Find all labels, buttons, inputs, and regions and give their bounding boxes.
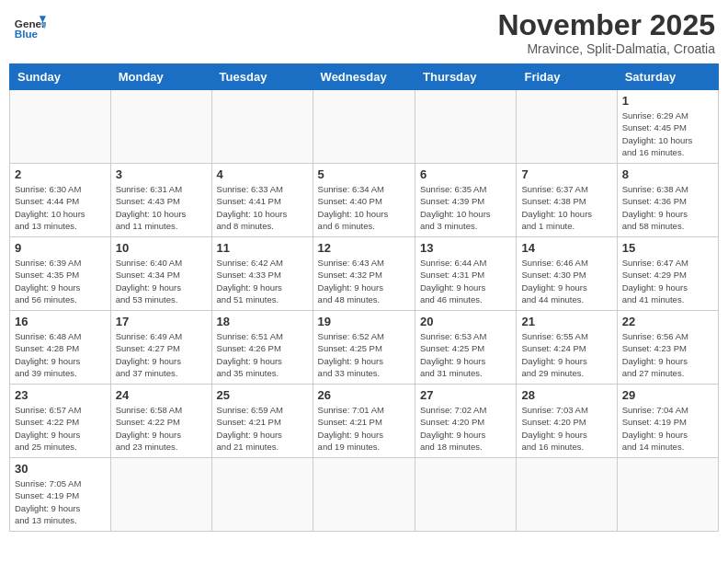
day-info: Sunrise: 7:02 AM Sunset: 4:20 PM Dayligh… [420, 404, 511, 453]
day-info: Sunrise: 6:33 AM Sunset: 4:41 PM Dayligh… [217, 183, 308, 232]
calendar-cell: 15Sunrise: 6:47 AM Sunset: 4:29 PM Dayli… [617, 237, 718, 311]
day-number: 26 [318, 388, 410, 402]
calendar-cell [517, 90, 617, 164]
day-info: Sunrise: 6:42 AM Sunset: 4:33 PM Dayligh… [217, 257, 308, 305]
calendar-cell: 23Sunrise: 6:57 AM Sunset: 4:22 PM Dayli… [10, 385, 111, 458]
calendar-cell [517, 458, 617, 532]
calendar-cell: 7Sunrise: 6:37 AM Sunset: 4:38 PM Daylig… [517, 164, 617, 237]
calendar-cell: 17Sunrise: 6:49 AM Sunset: 4:27 PM Dayli… [110, 311, 211, 385]
calendar-cell [10, 90, 111, 164]
day-number: 28 [521, 388, 611, 402]
day-number: 29 [622, 388, 713, 402]
day-number: 23 [15, 388, 106, 402]
day-info: Sunrise: 6:39 AM Sunset: 4:35 PM Dayligh… [15, 257, 106, 305]
weekday-header-row: SundayMondayTuesdayWednesdayThursdayFrid… [10, 64, 719, 90]
day-number: 24 [116, 388, 207, 402]
day-number: 4 [217, 167, 308, 181]
day-number: 20 [420, 315, 511, 328]
month-title: November 2025 [497, 9, 715, 41]
day-number: 11 [217, 241, 308, 255]
day-info: Sunrise: 6:34 AM Sunset: 4:40 PM Dayligh… [318, 183, 410, 232]
day-info: Sunrise: 6:56 AM Sunset: 4:23 PM Dayligh… [622, 330, 713, 379]
day-number: 1 [622, 94, 713, 108]
calendar-cell: 21Sunrise: 6:55 AM Sunset: 4:24 PM Dayli… [517, 311, 617, 385]
weekday-header-friday: Friday [517, 64, 617, 90]
calendar-cell: 11Sunrise: 6:42 AM Sunset: 4:33 PM Dayli… [211, 237, 313, 311]
day-info: Sunrise: 7:01 AM Sunset: 4:21 PM Dayligh… [318, 404, 410, 453]
calendar-cell: 16Sunrise: 6:48 AM Sunset: 4:28 PM Dayli… [10, 311, 111, 385]
weekday-header-saturday: Saturday [617, 64, 718, 90]
location: Mravince, Split-Dalmatia, Croatia [497, 41, 715, 56]
week-row-1: 1Sunrise: 6:29 AM Sunset: 4:45 PM Daylig… [10, 90, 719, 164]
day-info: Sunrise: 7:03 AM Sunset: 4:20 PM Dayligh… [521, 404, 611, 453]
day-number: 18 [217, 315, 308, 328]
calendar-cell: 27Sunrise: 7:02 AM Sunset: 4:20 PM Dayli… [415, 385, 517, 458]
calendar-cell: 20Sunrise: 6:53 AM Sunset: 4:25 PM Dayli… [415, 311, 517, 385]
day-info: Sunrise: 6:44 AM Sunset: 4:31 PM Dayligh… [420, 257, 511, 305]
week-row-6: 30Sunrise: 7:05 AM Sunset: 4:19 PM Dayli… [10, 458, 719, 532]
day-info: Sunrise: 6:46 AM Sunset: 4:30 PM Dayligh… [521, 257, 611, 305]
calendar-cell [313, 458, 415, 532]
calendar-cell: 24Sunrise: 6:58 AM Sunset: 4:22 PM Dayli… [110, 385, 211, 458]
calendar-cell: 22Sunrise: 6:56 AM Sunset: 4:23 PM Dayli… [617, 311, 718, 385]
calendar-cell [617, 458, 718, 532]
day-info: Sunrise: 6:47 AM Sunset: 4:29 PM Dayligh… [622, 257, 713, 305]
day-number: 16 [15, 315, 106, 328]
weekday-header-wednesday: Wednesday [313, 64, 415, 90]
day-number: 19 [318, 315, 410, 328]
day-info: Sunrise: 6:53 AM Sunset: 4:25 PM Dayligh… [420, 330, 511, 379]
calendar-cell: 14Sunrise: 6:46 AM Sunset: 4:30 PM Dayli… [517, 237, 617, 311]
calendar-cell: 6Sunrise: 6:35 AM Sunset: 4:39 PM Daylig… [415, 164, 517, 237]
day-info: Sunrise: 6:49 AM Sunset: 4:27 PM Dayligh… [116, 330, 207, 379]
day-info: Sunrise: 6:48 AM Sunset: 4:28 PM Dayligh… [15, 330, 106, 379]
day-info: Sunrise: 6:29 AM Sunset: 4:45 PM Dayligh… [622, 109, 713, 158]
calendar-cell: 3Sunrise: 6:31 AM Sunset: 4:43 PM Daylig… [110, 164, 211, 237]
day-info: Sunrise: 6:55 AM Sunset: 4:24 PM Dayligh… [521, 330, 611, 379]
week-row-2: 2Sunrise: 6:30 AM Sunset: 4:44 PM Daylig… [10, 164, 719, 237]
day-number: 17 [116, 315, 207, 328]
calendar-cell: 8Sunrise: 6:38 AM Sunset: 4:36 PM Daylig… [617, 164, 718, 237]
svg-text:Blue: Blue [15, 28, 39, 40]
week-row-3: 9Sunrise: 6:39 AM Sunset: 4:35 PM Daylig… [10, 237, 719, 311]
day-info: Sunrise: 6:38 AM Sunset: 4:36 PM Dayligh… [622, 183, 713, 232]
day-number: 10 [116, 241, 207, 255]
weekday-header-monday: Monday [110, 64, 211, 90]
day-info: Sunrise: 6:40 AM Sunset: 4:34 PM Dayligh… [116, 257, 207, 305]
logo-icon: General Blue [13, 9, 46, 42]
calendar-cell: 29Sunrise: 7:04 AM Sunset: 4:19 PM Dayli… [617, 385, 718, 458]
weekday-header-tuesday: Tuesday [211, 64, 313, 90]
calendar-cell: 30Sunrise: 7:05 AM Sunset: 4:19 PM Dayli… [10, 458, 111, 532]
calendar-cell [415, 458, 517, 532]
day-number: 13 [420, 241, 511, 255]
day-info: Sunrise: 6:37 AM Sunset: 4:38 PM Dayligh… [521, 183, 611, 232]
day-number: 30 [15, 462, 106, 476]
day-number: 2 [15, 167, 106, 181]
calendar-cell: 19Sunrise: 6:52 AM Sunset: 4:25 PM Dayli… [313, 311, 415, 385]
logo: General Blue [13, 9, 46, 42]
weekday-header-thursday: Thursday [415, 64, 517, 90]
day-info: Sunrise: 6:43 AM Sunset: 4:32 PM Dayligh… [318, 257, 410, 305]
calendar-cell [110, 458, 211, 532]
calendar-cell [313, 90, 415, 164]
calendar-cell: 13Sunrise: 6:44 AM Sunset: 4:31 PM Dayli… [415, 237, 517, 311]
page-header: General Blue November 2025 Mravince, Spl… [9, 9, 719, 56]
day-number: 27 [420, 388, 511, 402]
day-number: 8 [622, 167, 713, 181]
day-info: Sunrise: 6:51 AM Sunset: 4:26 PM Dayligh… [217, 330, 308, 379]
day-info: Sunrise: 7:05 AM Sunset: 4:19 PM Dayligh… [15, 477, 106, 526]
day-number: 22 [622, 315, 713, 328]
calendar-cell: 26Sunrise: 7:01 AM Sunset: 4:21 PM Dayli… [313, 385, 415, 458]
title-block: November 2025 Mravince, Split-Dalmatia, … [497, 9, 715, 56]
calendar-cell [211, 90, 313, 164]
day-number: 12 [318, 241, 410, 255]
calendar-cell [415, 90, 517, 164]
calendar-cell: 18Sunrise: 6:51 AM Sunset: 4:26 PM Dayli… [211, 311, 313, 385]
calendar-cell: 12Sunrise: 6:43 AM Sunset: 4:32 PM Dayli… [313, 237, 415, 311]
day-info: Sunrise: 6:30 AM Sunset: 4:44 PM Dayligh… [15, 183, 106, 232]
calendar: SundayMondayTuesdayWednesdayThursdayFrid… [9, 63, 719, 532]
day-number: 6 [420, 167, 511, 181]
calendar-cell [110, 90, 211, 164]
calendar-cell: 1Sunrise: 6:29 AM Sunset: 4:45 PM Daylig… [617, 90, 718, 164]
calendar-cell [211, 458, 313, 532]
day-number: 21 [521, 315, 611, 328]
